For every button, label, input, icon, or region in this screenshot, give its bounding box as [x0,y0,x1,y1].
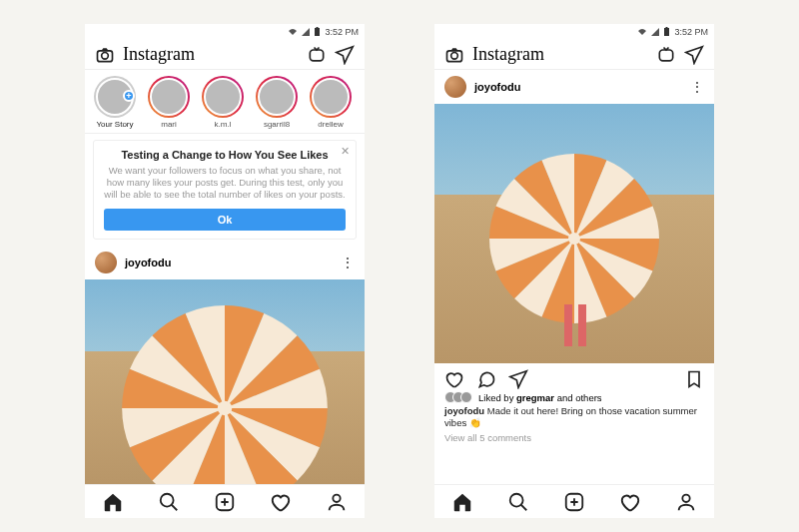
story-label: Your Story [96,120,133,129]
home-icon[interactable] [451,491,473,513]
story-label: mari [161,120,177,129]
dm-icon[interactable] [684,45,704,65]
story-your-story[interactable]: + Your Story [93,76,137,129]
app-header: Instagram [85,40,365,70]
phone-screen-left: 3:52 PM Instagram + Your Story mari k.m.… [85,24,365,518]
story-item[interactable]: sgarril8 [255,76,299,129]
stories-tray[interactable]: + Your Story mari k.m.l sgarril8 drellew [85,70,365,134]
post-actions [434,363,714,391]
app-title: Instagram [123,44,299,65]
story-item[interactable]: drellew [309,76,353,129]
svg-rect-0 [315,28,320,36]
signal-icon [651,28,659,36]
status-time: 3:52 PM [674,27,708,37]
caption-username[interactable]: joyofodu [444,405,484,416]
story-label: k.m.l [215,120,232,129]
story-label: sgarril8 [264,120,290,129]
post-image[interactable] [434,104,714,363]
add-story-plus-icon[interactable]: + [123,90,135,102]
search-icon[interactable] [158,491,180,513]
svg-rect-1 [317,27,319,28]
signal-icon [302,28,310,36]
add-post-icon[interactable] [214,491,236,513]
profile-icon[interactable] [326,491,348,513]
camera-icon[interactable] [95,45,115,65]
view-all-comments[interactable]: View all 5 comments [434,430,714,445]
comment-icon[interactable] [476,369,496,389]
igtv-icon[interactable] [307,45,327,65]
notice-title: Testing a Change to How You See Likes [104,149,346,161]
battery-icon [663,27,670,37]
post-username[interactable]: joyofodu [125,257,333,268]
svg-point-19 [682,494,689,501]
dm-icon[interactable] [335,45,355,65]
camera-icon[interactable] [444,45,464,65]
activity-icon[interactable] [270,491,292,513]
add-post-icon[interactable] [563,491,585,513]
svg-rect-10 [666,27,668,28]
svg-rect-9 [664,28,669,36]
bottom-nav [434,484,714,518]
liked-by-row[interactable]: Liked by gregmar and others [434,391,714,403]
activity-icon[interactable] [619,491,641,513]
bottom-nav [85,484,365,518]
liker-avatars [444,391,472,403]
wifi-icon [637,28,647,36]
svg-rect-16 [578,304,586,346]
wifi-icon [288,28,298,36]
liked-by-text: Liked by gregmar and others [478,392,602,403]
search-icon[interactable] [507,491,529,513]
caption-emoji: 👏 [469,417,481,428]
notice-body: We want your followers to focus on what … [104,165,346,201]
avatar[interactable] [95,252,117,273]
status-bar: 3:52 PM [85,24,365,40]
post-username[interactable]: joyofodu [474,81,682,93]
bookmark-icon[interactable] [684,369,704,389]
svg-point-14 [568,233,580,245]
story-label: drellew [318,120,343,129]
avatar[interactable] [444,76,466,98]
share-icon[interactable] [508,369,528,389]
home-icon[interactable] [102,491,124,513]
more-icon[interactable]: ⋮ [341,255,355,270]
battery-icon [314,27,321,37]
like-icon[interactable] [444,369,464,389]
notice-card: ✕ Testing a Change to How You See Likes … [93,140,357,240]
post-header: joyofodu ⋮ [85,246,365,279]
story-item[interactable]: k.m.l [201,76,245,129]
post-header: joyofodu ⋮ [434,70,714,104]
more-icon[interactable]: ⋮ [690,79,704,95]
svg-point-8 [333,494,340,501]
app-header: Instagram [434,40,714,70]
post-image[interactable] [85,279,365,484]
story-item[interactable]: mari [147,76,191,129]
igtv-icon[interactable] [656,45,676,65]
phone-screen-right: 3:52 PM Instagram joyofodu ⋮ [434,24,714,518]
umbrella-illustration [474,147,674,346]
svg-point-17 [510,493,523,506]
svg-point-12 [451,52,458,59]
app-title: Instagram [472,44,648,65]
svg-point-3 [102,52,109,59]
svg-rect-4 [310,50,323,61]
ok-button[interactable]: Ok [104,209,346,231]
svg-rect-13 [659,50,672,61]
profile-icon[interactable] [675,491,697,513]
umbrella-illustration [104,293,346,484]
status-bar: 3:52 PM [434,24,714,40]
svg-point-6 [161,493,174,506]
post-caption: joyofodu Made it out here! Bring on thos… [434,403,714,430]
status-time: 3:52 PM [325,27,359,37]
svg-rect-15 [564,304,572,346]
close-icon[interactable]: ✕ [341,145,350,158]
